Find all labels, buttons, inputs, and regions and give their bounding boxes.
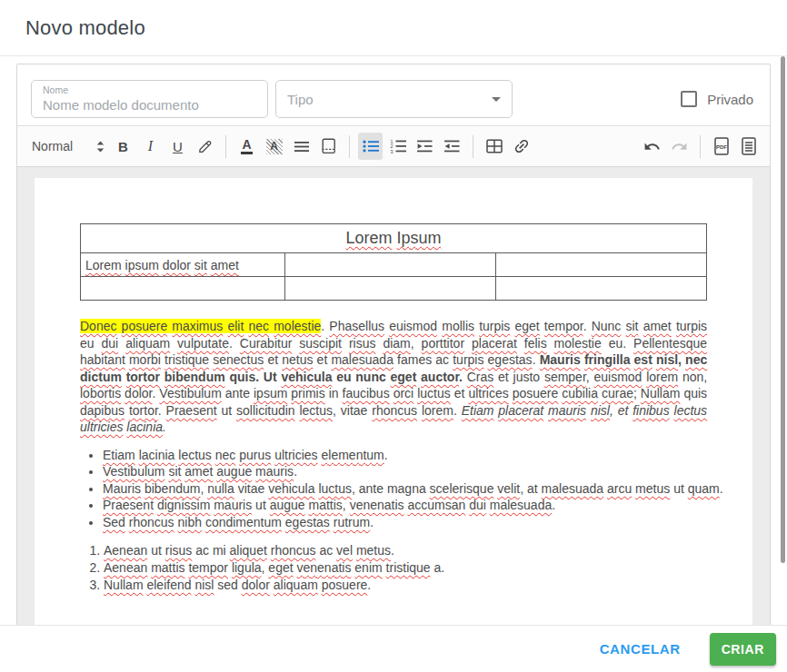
list-item[interactable]: Praesent dignissim mauris ut augue matti… [103,497,707,514]
misspelled-word: Nullam [104,578,144,592]
misspelled-word: vel [336,543,353,558]
misspelled-word: dolor [125,386,152,400]
bullet-list-button[interactable] [358,133,383,160]
list-item[interactable]: Vestibulum sit amet augue mauris. [103,463,707,480]
svg-text:3: 3 [390,149,393,153]
misspelled-word: est [634,352,653,367]
editor-area[interactable]: Lorem Ipsum Lorem ipsum dolor sit amet D… [17,167,770,625]
misspelled-word: Etiam [103,448,135,462]
private-checkbox[interactable]: Privado [681,91,756,107]
misspelled-word: quam [688,481,720,496]
misspelled-word: nec [248,319,269,333]
document-paragraph[interactable]: Donec posuere maximus elit nec molestie.… [80,318,707,436]
table-cell[interactable] [496,253,707,277]
misspelled-word: Mauris [103,481,141,496]
numbered-list[interactable]: Aenean ut risus ac mi aliquet rhoncus ac… [80,542,707,593]
bullet-list-icon [363,140,379,153]
misspelled-word: molestie [554,336,602,351]
text-color-button[interactable]: A [234,133,259,160]
table-cell[interactable] [81,277,285,301]
list-item[interactable]: Aenean mattis tempor ligula, eget venena… [104,559,707,577]
background-color-button[interactable]: A [262,133,286,160]
misspelled-word: nisl [656,352,678,367]
export-pdf-button[interactable]: PDF [709,133,733,160]
table-row [81,277,707,301]
misspelled-word: turpis [479,319,510,333]
insert-table-button[interactable] [482,133,506,160]
misspelled-word: diam [383,336,410,351]
format-select[interactable]: Normal [28,133,108,160]
list-item[interactable]: Nullam eleifend nisl sed dolor aliquam p… [104,577,707,594]
misspelled-word: accumsan [407,498,465,512]
ordered-list-button[interactable]: 123 [385,133,410,160]
export-doc-button[interactable] [736,133,761,160]
list-item[interactable]: Aenean ut risus ac mi aliquet rhoncus ac… [104,542,707,559]
page-break-button[interactable] [316,133,341,160]
misspelled-word: malesuada [490,498,553,512]
highlighter-button[interactable] [193,133,217,160]
misspelled-word: Aenean [104,543,147,558]
cancel-button[interactable]: CANCELAR [596,634,684,664]
misspelled-word: amet [211,258,239,272]
misspelled-word: ligula [232,560,262,575]
misspelled-word: tempor [188,560,228,575]
misspelled-word: Sed [103,515,125,529]
table-cell[interactable] [496,277,707,301]
modal-scrollbar[interactable] [781,56,785,563]
document-table[interactable]: Lorem Ipsum Lorem ipsum dolor sit amet [80,223,707,301]
align-button[interactable] [289,133,314,160]
text-color-icon: A [241,138,252,154]
misspelled-word: dolor [242,578,270,592]
table-cell[interactable] [284,253,496,277]
misspelled-word: dui [469,498,486,512]
misspelled-word: dictum [80,370,122,384]
list-item[interactable]: Etiam lacinia lectus nec purus ultricies… [103,447,707,464]
table-cell[interactable]: Lorem ipsum dolor sit amet [81,253,285,277]
list-item[interactable]: Mauris bibendum, nulla vitae vehicula lu… [103,480,707,498]
misspelled-word: lacinia [139,448,175,462]
misspelled-word: ipsum [254,386,287,400]
highlighter-icon [197,138,214,154]
misspelled-word: sit [194,258,207,272]
checkbox-icon[interactable] [681,91,697,107]
name-input[interactable] [43,96,256,114]
underline-button[interactable]: U [165,133,190,160]
indent-button[interactable] [413,133,437,160]
misspelled-word: sit [168,464,181,479]
misspelled-word: turpis [676,319,707,333]
table-header-cell[interactable]: Lorem Ipsum [81,224,707,253]
misspelled-word: Cras [467,370,494,384]
misspelled-word: habitant [80,352,125,367]
link-button[interactable] [509,133,533,160]
bold-button[interactable]: B [111,133,135,160]
misspelled-word: Phasellus [329,319,384,333]
misspelled-word: sollicitudin [236,403,295,418]
misspelled-word: netus [282,352,313,367]
name-field[interactable]: Nome [31,80,268,118]
misspelled-word: posuere [322,578,368,592]
undo-button[interactable] [640,133,664,160]
misspelled-word: mattis [151,560,184,575]
bullet-list[interactable]: Etiam lacinia lectus nec purus ultricies… [80,447,707,531]
ordered-list-icon: 123 [390,139,406,153]
misspelled-word: Lorem [85,258,122,272]
text-run-highlight: Donec posuere maximus elit nec molestie [80,319,321,333]
redo-button[interactable] [667,133,692,160]
misspelled-word: metus [635,481,670,496]
create-button[interactable]: CRIAR [710,633,776,666]
misspelled-word: tortor [129,403,158,418]
document-page[interactable]: Lorem Ipsum Lorem ipsum dolor sit amet D… [35,178,752,625]
misspelled-word: posuere [122,319,168,333]
page-break-icon [322,138,336,154]
table-row: Lorem ipsum dolor sit amet [81,253,707,277]
table-cell[interactable] [284,277,496,301]
misspelled-word: luctus [318,481,352,496]
document-file-icon [741,137,757,155]
list-item[interactable]: Sed rhoncus nibh condimentum egestas rut… [103,514,707,531]
misspelled-word: metus [356,543,391,558]
outdent-button[interactable] [440,133,464,160]
misspelled-word: morbi [129,352,161,367]
scrollbar-thumb[interactable] [781,56,785,563]
italic-button[interactable]: I [138,133,163,160]
type-select[interactable]: Tipo [275,80,513,118]
